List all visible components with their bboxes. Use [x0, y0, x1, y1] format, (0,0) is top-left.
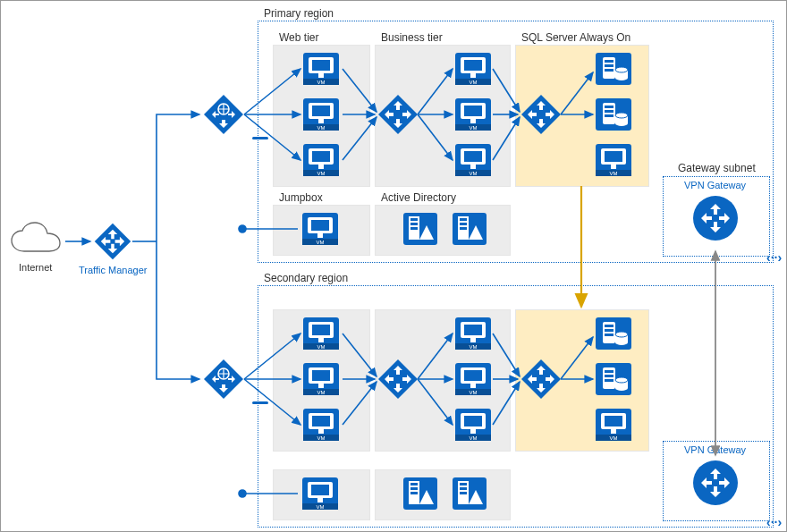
- vm-icon: [455, 98, 491, 131]
- vm-icon: [455, 53, 491, 85]
- vm-icon: [455, 317, 491, 350]
- vm-icon: [596, 144, 631, 176]
- jumpbox-vm-icon: [302, 213, 338, 245]
- vpn-gateway-icon: [693, 196, 738, 241]
- vm-icon: [303, 98, 339, 131]
- jumpbox-vm-icon: [302, 477, 338, 510]
- db-icon: [596, 363, 631, 395]
- secondary-sql-lb-icon: [521, 359, 561, 399]
- primary-sql-lb-icon: [521, 95, 561, 134]
- vm-icon: [596, 409, 631, 441]
- vm-icon: [455, 363, 491, 395]
- vm-icon: [303, 53, 339, 85]
- vm-icon: [455, 144, 491, 176]
- db-icon: [596, 53, 631, 85]
- svg-point-27: [239, 225, 246, 232]
- icon-layer: VM: [1, 1, 787, 532]
- primary-business-lb-icon: [378, 95, 418, 134]
- ad-icon: [403, 477, 437, 510]
- ad-icon: [453, 213, 487, 245]
- db-icon: [596, 98, 631, 131]
- vpn-gateway-icon: [693, 460, 738, 505]
- vm-icon: [303, 409, 339, 441]
- diagram-canvas: Internet Traffic Manager Primary region …: [0, 0, 787, 532]
- region-collapse-handle[interactable]: [252, 401, 268, 404]
- vm-icon: [455, 409, 491, 441]
- db-icon: [596, 317, 631, 350]
- secondary-internet-lb-icon: [204, 359, 243, 399]
- svg-point-29: [239, 490, 246, 497]
- ad-icon: [453, 477, 487, 510]
- secondary-business-lb-icon: [378, 359, 418, 399]
- ad-icon: [403, 213, 437, 245]
- vm-icon: [303, 363, 339, 395]
- vm-icon: [303, 144, 339, 176]
- vm-icon: [303, 317, 339, 350]
- expand-handle-icon[interactable]: ‹··›: [766, 250, 782, 265]
- region-collapse-handle[interactable]: [252, 137, 268, 139]
- primary-internet-lb-icon: [204, 95, 243, 134]
- expand-handle-icon[interactable]: ‹··›: [766, 515, 782, 529]
